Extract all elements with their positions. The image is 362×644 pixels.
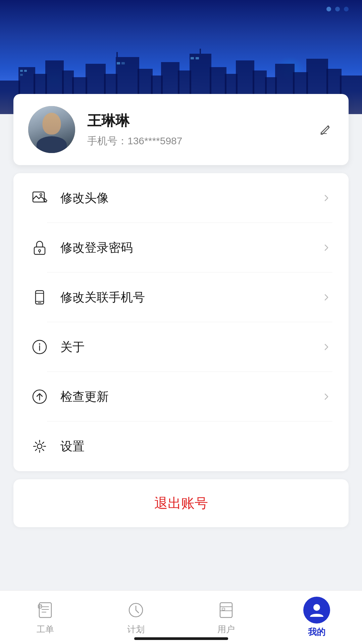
menu-label-about: 关于 [60, 339, 320, 355]
edit-profile-button[interactable] [316, 121, 334, 138]
nav-item-workorder[interactable]: 工单 [0, 594, 91, 641]
svg-point-38 [39, 250, 41, 252]
svg-point-36 [40, 194, 42, 196]
user-nav-icon [215, 599, 237, 621]
chevron-right-icon-2 [320, 242, 332, 254]
svg-rect-27 [117, 62, 120, 64]
image-edit-icon [30, 188, 50, 208]
menu-card: 修改头像 修改登录密码 [13, 173, 349, 471]
profile-phone: 手机号：136****5987 [87, 134, 304, 148]
nav-label-user: 用户 [217, 624, 235, 635]
svg-rect-25 [24, 70, 27, 72]
nav-label-workorder: 工单 [37, 624, 54, 635]
menu-label-change-avatar: 修改头像 [60, 190, 320, 206]
workorder-nav-icon [35, 599, 56, 621]
page-content: 王琳琳 手机号：136****5987 [0, 0, 362, 594]
svg-point-60 [313, 604, 320, 611]
profile-name: 王琳琳 [87, 111, 304, 130]
profile-info: 王琳琳 手机号：136****5987 [87, 111, 304, 148]
nav-label-mine: 我的 [308, 626, 325, 638]
hero-dot-1 [326, 7, 331, 11]
menu-item-about[interactable]: 关于 [13, 322, 349, 372]
avatar-image [28, 106, 75, 153]
svg-rect-35 [33, 192, 44, 202]
hero-dot-3 [344, 7, 349, 11]
menu-item-settings[interactable]: 设置 [13, 422, 349, 471]
svg-rect-40 [36, 291, 44, 304]
info-icon [30, 337, 50, 357]
hero-dots [326, 7, 349, 11]
menu-label-change-phone: 修改关联手机号 [60, 289, 320, 306]
svg-point-47 [39, 343, 40, 345]
chevron-right-icon-5 [320, 391, 332, 403]
nav-item-mine[interactable]: 我的 [271, 591, 362, 643]
mine-nav-icon [303, 597, 330, 624]
hero-dot-2 [335, 7, 340, 11]
menu-item-change-avatar[interactable]: 修改头像 [13, 173, 349, 223]
chevron-right-icon-3 [320, 291, 332, 303]
upload-icon [30, 387, 50, 407]
nav-item-plan[interactable]: 计划 [91, 594, 181, 641]
profile-card: 王琳琳 手机号：136****5987 [13, 94, 349, 165]
chevron-right-icon [320, 192, 332, 204]
svg-rect-26 [20, 74, 23, 76]
bottom-nav: 工单 计划 用户 我的 [0, 590, 362, 644]
menu-label-settings: 设置 [60, 438, 332, 455]
menu-label-change-password: 修改登录密码 [60, 240, 320, 256]
plan-nav-icon [125, 599, 147, 621]
svg-rect-59 [222, 608, 225, 610]
chevron-right-icon-4 [320, 341, 332, 353]
menu-label-check-update: 检查更新 [60, 389, 320, 405]
menu-item-change-password[interactable]: 修改登录密码 [13, 223, 349, 273]
phone-icon [30, 287, 50, 307]
svg-rect-30 [196, 57, 199, 59]
lock-icon [30, 238, 50, 258]
home-indicator [134, 637, 228, 640]
svg-point-49 [37, 444, 42, 449]
avatar [28, 106, 75, 153]
nav-item-user[interactable]: 用户 [181, 594, 272, 641]
logout-button[interactable]: 退出账号 [13, 479, 349, 527]
logout-label: 退出账号 [154, 496, 208, 510]
svg-rect-29 [191, 57, 194, 59]
nav-label-plan: 计划 [127, 624, 145, 635]
gear-icon [30, 436, 50, 456]
menu-item-check-update[interactable]: 检查更新 [13, 372, 349, 422]
menu-item-change-phone[interactable]: 修改关联手机号 [13, 273, 349, 322]
svg-rect-24 [20, 70, 23, 72]
svg-rect-28 [121, 62, 125, 64]
svg-rect-56 [220, 603, 232, 617]
